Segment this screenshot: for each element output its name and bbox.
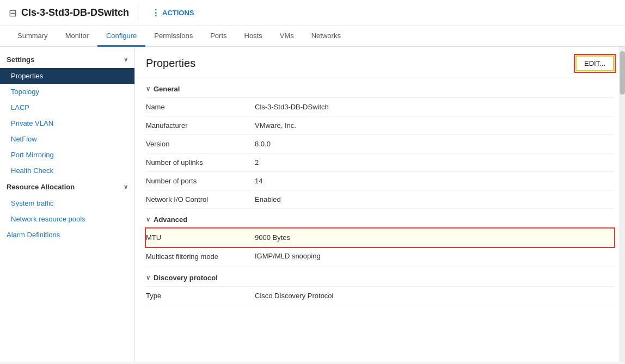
nav-tabs: Summary Monitor Configure Permissions Po… — [0, 26, 625, 47]
sidebar-item-netflow[interactable]: NetFlow — [0, 131, 134, 147]
sidebar-item-alarm-definitions[interactable]: Alarm Definitions — [0, 227, 134, 243]
device-icon: ⊟ — [9, 7, 17, 19]
property-label-uplinks: Number of uplinks — [146, 153, 255, 171]
scrollbar-track[interactable] — [620, 47, 625, 362]
sidebar-item-port-mirroring[interactable]: Port Mirroring — [0, 147, 134, 163]
property-label-type: Type — [146, 287, 255, 305]
tab-configure[interactable]: Configure — [97, 26, 145, 47]
tab-permissions[interactable]: Permissions — [145, 26, 201, 47]
tab-vms[interactable]: VMs — [271, 26, 303, 47]
top-header: ⊟ Cls-3-Std3-DB-DSwitch ⋮ ACTIONS — [0, 0, 625, 26]
sidebar: Settings ∨ Properties Topology LACP Priv… — [0, 47, 135, 362]
property-row-version: Version 8.0.0 — [146, 135, 614, 153]
general-chevron-icon: ∨ — [146, 85, 150, 92]
property-label-name: Name — [146, 98, 255, 116]
discovery-section-label: Discovery protocol — [154, 274, 218, 282]
advanced-section-header[interactable]: ∨ Advanced — [146, 209, 614, 229]
property-value-type: Cisco Discovery Protocol — [255, 287, 614, 305]
property-row-multicast: Multicast filtering mode IGMP/MLD snoopi… — [146, 247, 614, 267]
property-value-uplinks: 2 — [255, 153, 614, 171]
property-value-manufacturer: VMware, Inc. — [255, 116, 614, 134]
device-title: Cls-3-Std3-DB-DSwitch — [21, 7, 129, 18]
general-section-label: General — [154, 85, 180, 93]
sidebar-item-lacp[interactable]: LACP — [0, 100, 134, 115]
tab-summary[interactable]: Summary — [9, 26, 57, 47]
property-row-ports: Number of ports 14 — [146, 172, 614, 190]
sidebar-item-health-check[interactable]: Health Check — [0, 163, 134, 178]
sidebar-item-properties[interactable]: Properties — [0, 68, 134, 84]
property-row-name: Name Cls-3-Std3-DB-DSwitch — [146, 98, 614, 116]
discovery-chevron-icon: ∨ — [146, 274, 150, 281]
property-label-version: Version — [146, 135, 255, 153]
general-properties: Name Cls-3-Std3-DB-DSwitch Manufacturer … — [146, 98, 614, 209]
property-value-multicast: IGMP/MLD snooping — [255, 247, 614, 265]
advanced-chevron-icon: ∨ — [146, 216, 150, 223]
property-label-mtu: MTU — [146, 229, 255, 246]
content-area: Properties EDIT... ∨ General Name Cls-3-… — [135, 47, 625, 362]
resource-label: Resource Allocation — [7, 183, 75, 191]
property-row-network-io: Network I/O Control Enabled — [146, 190, 614, 209]
actions-dots-icon: ⋮ — [151, 8, 160, 18]
scrollbar-thumb[interactable] — [620, 51, 625, 95]
property-value-name: Cls-3-Std3-DB-DSwitch — [255, 98, 614, 116]
header-divider — [138, 7, 138, 20]
property-label-network-io: Network I/O Control — [146, 190, 255, 208]
discovery-properties: Type Cisco Discovery Protocol — [146, 287, 614, 305]
property-value-ports: 14 — [255, 172, 614, 190]
actions-button[interactable]: ⋮ ACTIONS — [147, 5, 199, 20]
actions-label: ACTIONS — [162, 9, 194, 17]
sidebar-item-network-resource-pools[interactable]: Network resource pools — [0, 211, 134, 227]
discovery-section-header[interactable]: ∨ Discovery protocol — [146, 267, 614, 287]
general-section-header[interactable]: ∨ General — [146, 78, 614, 98]
content-title: Properties — [146, 57, 195, 70]
property-row-manufacturer: Manufacturer VMware, Inc. — [146, 116, 614, 135]
property-value-version: 8.0.0 — [255, 135, 614, 153]
settings-label: Settings — [7, 55, 34, 64]
property-label-ports: Number of ports — [146, 172, 255, 190]
resource-section-header[interactable]: Resource Allocation ∨ — [0, 178, 134, 195]
property-row-uplinks: Number of uplinks 2 — [146, 153, 614, 172]
tab-networks[interactable]: Networks — [303, 26, 350, 47]
sidebar-item-system-traffic[interactable]: System traffic — [0, 195, 134, 211]
settings-chevron-icon: ∨ — [124, 56, 128, 63]
edit-button[interactable]: EDIT... — [575, 55, 614, 71]
tab-hosts[interactable]: Hosts — [236, 26, 271, 47]
property-value-mtu: 9000 Bytes — [255, 229, 614, 246]
property-row-mtu: MTU 9000 Bytes — [146, 229, 614, 247]
properties-content: ∨ General Name Cls-3-Std3-DB-DSwitch Man… — [135, 78, 625, 316]
advanced-section-label: Advanced — [154, 215, 187, 224]
property-label-multicast: Multicast filtering mode — [146, 247, 255, 267]
property-label-manufacturer: Manufacturer — [146, 116, 255, 134]
sidebar-item-topology[interactable]: Topology — [0, 84, 134, 100]
property-value-network-io: Enabled — [255, 190, 614, 208]
resource-chevron-icon: ∨ — [124, 183, 128, 190]
tab-monitor[interactable]: Monitor — [57, 26, 97, 47]
content-header: Properties EDIT... — [135, 47, 625, 78]
tab-ports[interactable]: Ports — [201, 26, 235, 47]
property-row-type: Type Cisco Discovery Protocol — [146, 287, 614, 305]
advanced-properties: MTU 9000 Bytes Multicast filtering mode … — [146, 229, 614, 267]
main-layout: Settings ∨ Properties Topology LACP Priv… — [0, 47, 625, 362]
settings-section-header[interactable]: Settings ∨ — [0, 51, 134, 68]
sidebar-item-private-vlan[interactable]: Private VLAN — [0, 115, 134, 131]
